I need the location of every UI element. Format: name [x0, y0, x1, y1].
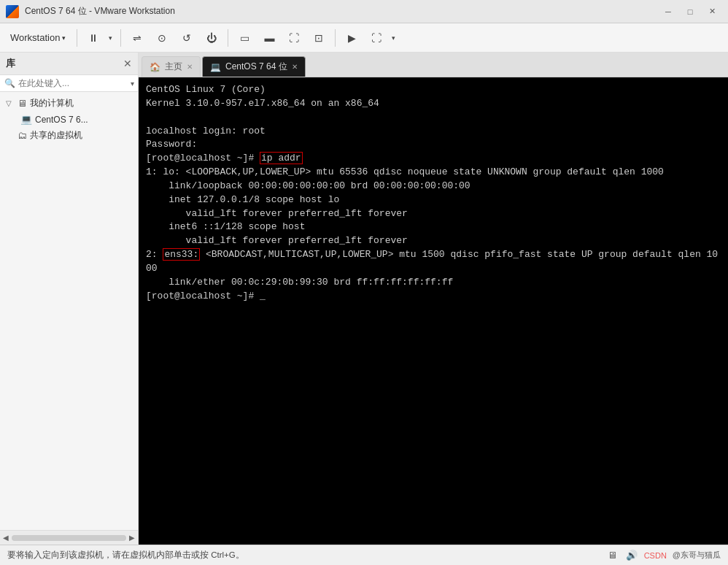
fullscreen-dropdown-button[interactable]: ▾	[388, 28, 398, 48]
console-button[interactable]: ▶	[341, 28, 363, 48]
snapshot-button[interactable]: ⊙	[151, 28, 173, 48]
toolbar-separator-1	[77, 29, 77, 47]
terminal-line-12: 2: ens33: <BROADCAST,MULTICAST,UP,LOWER_…	[146, 248, 721, 262]
scroll-thumb[interactable]	[12, 535, 126, 541]
computer-icon: 🖥	[18, 98, 27, 109]
pause-dropdown-button[interactable]: ▾	[105, 28, 115, 48]
centos-tab-icon: 💻	[210, 62, 221, 72]
status-bar: 要将输入定向到该虚拟机，请在虚拟机内部单击或按 Ctrl+G。 🖥 🔊 CSDN…	[0, 545, 728, 565]
terminal-line-3: localhost login: root	[146, 125, 721, 139]
window-title: CentOS 7 64 位 - VMware Workstation	[25, 5, 658, 18]
maximize-button[interactable]: □	[680, 4, 700, 19]
sidebar-item-centos[interactable]: 💻 CentOS 7 6...	[0, 112, 138, 127]
terminal-line-15: [root@localhost ~]# _	[146, 290, 721, 304]
sidebar-scroll-bar: ◀ ▶	[0, 530, 138, 545]
ens33-highlight: ens33:	[163, 248, 200, 261]
toolbar-separator-4	[335, 29, 336, 47]
terminal-line-10: inet6 ::1/128 scope host	[146, 220, 721, 234]
sidebar: 库 ✕ 🔍 ▾ ▽ 🖥 我的计算机 💻 CentOS 7 6...	[0, 53, 139, 545]
author-label: @东哥与猫瓜	[673, 550, 721, 561]
connect-button[interactable]: ⇌	[126, 28, 148, 48]
terminal-line-5: [root@localhost ~]# ip addr	[146, 152, 721, 166]
scroll-left-button[interactable]: ◀	[3, 534, 9, 542]
sidebar-close-button[interactable]: ✕	[123, 58, 132, 69]
minimize-button[interactable]: ─	[658, 4, 678, 19]
search-icon: 🔍	[4, 78, 15, 88]
tab-home[interactable]: 🏠 主页 ✕	[142, 56, 201, 77]
terminal-line-1: Kernel 3.10.0-957.el7.x86_64 on an x86_6…	[146, 97, 721, 111]
sidebar-search-input[interactable]	[18, 78, 128, 88]
stretch-button[interactable]: ⛶	[283, 28, 305, 48]
workstation-chevron: ▾	[62, 34, 66, 42]
tabs-bar: 🏠 主页 ✕ 💻 CentOS 7 64 位 ✕	[139, 53, 728, 77]
terminal-line-0: CentOS Linux 7 (Core)	[146, 83, 721, 97]
fullscreen-group: ⛶ ▾	[365, 28, 398, 48]
main-area: 库 ✕ 🔍 ▾ ▽ 🖥 我的计算机 💻 CentOS 7 6...	[0, 53, 728, 545]
terminal-line-11: valid_lft forever preferred_lft forever	[146, 234, 721, 248]
sidebar-tree: ▽ 🖥 我的计算机 💻 CentOS 7 6... 🗂 共享的虚拟机	[0, 92, 138, 530]
audio-status-icon[interactable]: 🔊	[625, 549, 638, 562]
tab-centos[interactable]: 💻 CentOS 7 64 位 ✕	[202, 56, 306, 77]
scroll-right-button[interactable]: ▶	[129, 534, 135, 542]
power-button[interactable]: ⏻	[201, 28, 222, 48]
workstation-menu[interactable]: Workstation ▾	[4, 29, 71, 46]
sidebar-header: 库 ✕	[0, 53, 138, 75]
shared-icon: 🗂	[18, 130, 27, 141]
sidebar-title: 库	[6, 57, 15, 70]
app-icon	[6, 5, 19, 18]
workstation-label: Workstation	[10, 32, 60, 43]
terminal-line-8: inet 127.0.0.1/8 scope host lo	[146, 193, 721, 207]
terminal[interactable]: CentOS Linux 7 (Core) Kernel 3.10.0-957.…	[139, 77, 728, 545]
terminal-line-7: link/loopback 00:00:00:00:00:00 brd 00:0…	[146, 180, 721, 193]
revert-button[interactable]: ↺	[176, 28, 198, 48]
terminal-line-13: 00	[146, 262, 721, 276]
toolbar-separator-2	[120, 29, 121, 47]
window-controls: ─ □ ✕	[658, 4, 722, 19]
pause-group: ⏸ ▾	[82, 28, 115, 48]
csdn-label: CSDN	[644, 551, 667, 560]
home-tab-close[interactable]: ✕	[187, 63, 193, 71]
content-row: 库 ✕ 🔍 ▾ ▽ 🖥 我的计算机 💻 CentOS 7 6...	[0, 53, 728, 545]
search-dropdown-icon[interactable]: ▾	[131, 80, 134, 88]
status-bar-right: 🖥 🔊 CSDN @东哥与猫瓜	[606, 549, 721, 562]
centos-tab-label: CentOS 7 64 位	[225, 61, 287, 73]
terminal-line-14: link/ether 00:0c:29:0b:99:30 brd ff:ff:f…	[146, 276, 721, 290]
terminal-line-6: 1: lo: <LOOPBACK,UP,LOWER_UP> mtu 65536 …	[146, 166, 721, 180]
monitor-status-icon[interactable]: 🖥	[606, 549, 619, 562]
fullscreen-button[interactable]: ⛶	[365, 28, 387, 48]
mycomputer-label: 我的计算机	[30, 97, 132, 109]
sidebar-item-shared[interactable]: 🗂 共享的虚拟机	[0, 127, 138, 144]
vm-icon: 💻	[20, 114, 32, 125]
home-tab-icon: 🏠	[150, 62, 160, 72]
terminal-line-4: Password:	[146, 138, 721, 152]
expand-icon: ▽	[6, 99, 15, 107]
home-tab-label: 主页	[165, 61, 182, 73]
title-bar: CentOS 7 64 位 - VMware Workstation ─ □ ✕	[0, 0, 728, 23]
sidebar-search-bar[interactable]: 🔍 ▾	[0, 75, 138, 92]
full-view-button[interactable]: ▬	[258, 28, 280, 48]
sidebar-item-mycomputer[interactable]: ▽ 🖥 我的计算机	[0, 95, 138, 112]
menu-bar: Workstation ▾ ⏸ ▾ ⇌ ⊙ ↺ ⏻ ▭ ▬ ⛶ ⊡ ▶ ⛶ ▾	[0, 23, 728, 53]
vm-area: 🏠 主页 ✕ 💻 CentOS 7 64 位 ✕ CentOS Linux 7 …	[139, 53, 728, 545]
toolbar-separator-3	[228, 29, 228, 47]
centos-label: CentOS 7 6...	[35, 115, 132, 125]
terminal-line-9: valid_lft forever preferred_lft forever	[146, 207, 721, 221]
shared-label: 共享的虚拟机	[30, 129, 132, 142]
centos-tab-close[interactable]: ✕	[292, 63, 298, 71]
close-button[interactable]: ✕	[702, 4, 722, 19]
fit-button[interactable]: ⊡	[308, 28, 330, 48]
status-message: 要将输入定向到该虚拟机，请在虚拟机内部单击或按 Ctrl+G。	[7, 550, 244, 561]
ip-addr-highlight: ip addr	[260, 152, 303, 164]
normal-view-button[interactable]: ▭	[233, 28, 255, 48]
pause-button[interactable]: ⏸	[82, 28, 104, 48]
terminal-line-2	[146, 111, 721, 125]
